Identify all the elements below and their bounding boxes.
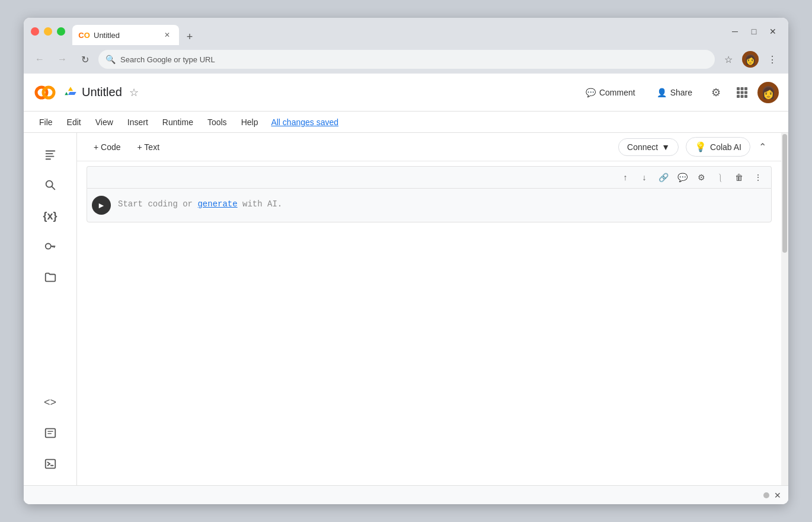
share-label: Share [670,88,692,97]
svg-rect-14 [45,158,50,160]
connect-btn[interactable]: Connect ▼ [618,138,679,156]
chrome-window-dots [31,27,65,36]
svg-rect-3 [741,87,744,90]
drive-icon [64,84,77,100]
notebook-toolbar: + Code + Text Connect ▼ 💡 Colab AI ⌃ [77,133,781,161]
tab-bar: CO Untitled ✕ + [72,18,722,45]
cell-copy-btn[interactable]: ⎱ [712,169,728,186]
svg-rect-4 [744,87,747,90]
tab-close-btn[interactable]: ✕ [162,30,172,40]
address-bar[interactable]: 🔍 Search Google or type URL [98,50,715,69]
cell-move-up-btn[interactable]: ↑ [617,169,634,186]
cell-more-btn[interactable]: ⋮ [750,169,766,186]
left-sidebar: {x} <> [24,133,77,485]
menu-tools[interactable]: Tools [202,115,233,129]
toc-icon [44,148,57,161]
tab-favicon: CO [79,30,89,40]
chrome-profile-avatar[interactable]: 👩 [742,51,759,68]
sidebar-code-btn[interactable]: <> [36,388,65,416]
menu-file[interactable]: File [33,115,59,129]
menu-insert[interactable]: Insert [122,115,154,129]
notebook-area: + Code + Text Connect ▼ 💡 Colab AI ⌃ [77,133,781,485]
snippets-icon [44,426,57,440]
colab-logo [33,81,57,104]
cell-link-btn[interactable]: 🔗 [655,169,672,186]
bookmark-btn[interactable]: ☆ [720,50,737,68]
sidebar-toc-btn[interactable] [36,140,65,168]
svg-rect-8 [737,95,740,98]
cell-comment-btn[interactable]: 💬 [674,169,690,186]
scrollbar-thumb[interactable] [782,134,787,253]
chrome-menu-btn[interactable]: ⋮ [763,50,781,68]
changes-saved-link[interactable]: All changes saved [271,117,338,127]
colab-logo-svg [33,81,57,104]
sidebar-snippets-btn[interactable] [36,419,65,447]
svg-rect-9 [741,95,744,98]
menu-help[interactable]: Help [235,115,264,129]
add-text-btn[interactable]: + Text [130,139,167,155]
doc-title[interactable]: Untitled [82,85,122,99]
run-cell-btn[interactable]: ► [92,196,111,215]
share-btn[interactable]: 👤 Share [648,84,701,101]
svg-rect-13 [45,156,54,157]
svg-rect-6 [741,91,744,94]
tab-title: Untitled [94,31,158,40]
sidebar-files-btn[interactable] [36,263,65,292]
svg-rect-7 [744,91,747,94]
svg-rect-11 [45,151,55,152]
google-drive-icon [64,84,77,97]
add-code-btn[interactable]: + Code [87,139,128,155]
cell-settings-btn[interactable]: ⚙ [693,169,709,186]
new-tab-btn[interactable]: + [181,28,198,45]
active-tab[interactable]: CO Untitled ✕ [72,25,179,45]
menu-view[interactable]: View [89,115,119,129]
forward-btn[interactable]: → [53,50,71,68]
sidebar-variables-btn[interactable]: {x} [36,202,65,230]
svg-line-16 [52,186,55,189]
right-scrollbar[interactable] [781,133,788,485]
sidebar-secrets-btn[interactable] [36,233,65,261]
svg-rect-10 [744,95,747,98]
colab-ai-btn[interactable]: 💡 Colab AI [686,137,750,157]
chrome-addressbar: ← → ↻ 🔍 Search Google or type URL ☆ 👩 ⋮ [24,45,788,74]
win-close-btn[interactable]: ✕ [765,23,781,40]
share-icon: 👤 [657,88,667,97]
chrome-titlebar: CO Untitled ✕ + ─ □ ✕ [24,18,788,45]
menu-runtime[interactable]: Runtime [156,115,199,129]
doc-title-area: Untitled ☆ [64,84,141,101]
reload-btn[interactable]: ↻ [76,50,94,68]
code-cell: ► Start coding or generate with AI. [87,188,772,222]
connect-label: Connect [627,142,658,152]
back-btn[interactable]: ← [31,50,49,68]
svg-point-1 [43,87,54,98]
svg-rect-12 [45,153,53,154]
win-minimize-btn[interactable]: ─ [727,23,743,40]
generate-link[interactable]: generate [197,199,237,209]
comment-btn[interactable]: 💬 Comment [577,84,644,101]
star-btn[interactable]: ☆ [127,84,141,101]
svg-point-17 [45,244,50,249]
window-controls: ─ □ ✕ [727,23,781,40]
bottom-close-btn[interactable]: ✕ [774,491,781,500]
profile-avatar[interactable]: 👩 [757,82,779,103]
menu-edit[interactable]: Edit [61,115,87,129]
chrome-minimize-btn[interactable] [44,27,52,36]
sidebar-search-btn[interactable] [36,171,65,199]
settings-btn[interactable]: ⚙ [705,82,727,103]
cell-move-down-btn[interactable]: ↓ [636,169,653,186]
chrome-close-btn[interactable] [31,27,39,36]
cell-content[interactable]: Start coding or generate with AI. [118,196,766,209]
apps-btn[interactable] [731,82,753,103]
win-maximize-btn[interactable]: □ [746,23,762,40]
colab-header: Untitled ☆ 💬 Comment 👤 Share ⚙ [24,74,788,112]
search-icon: 🔍 [106,55,116,64]
collapse-btn[interactable]: ⌃ [753,138,772,157]
header-actions: 💬 Comment 👤 Share ⚙ [577,82,779,103]
comment-icon: 💬 [586,88,596,97]
cell-delete-btn[interactable]: 🗑 [731,169,747,186]
colab-ai-icon: 💡 [695,141,706,152]
play-icon: ► [97,200,106,210]
chrome-maximize-btn[interactable] [57,27,65,36]
folder-icon [44,271,57,284]
sidebar-terminal-btn[interactable] [36,450,65,478]
